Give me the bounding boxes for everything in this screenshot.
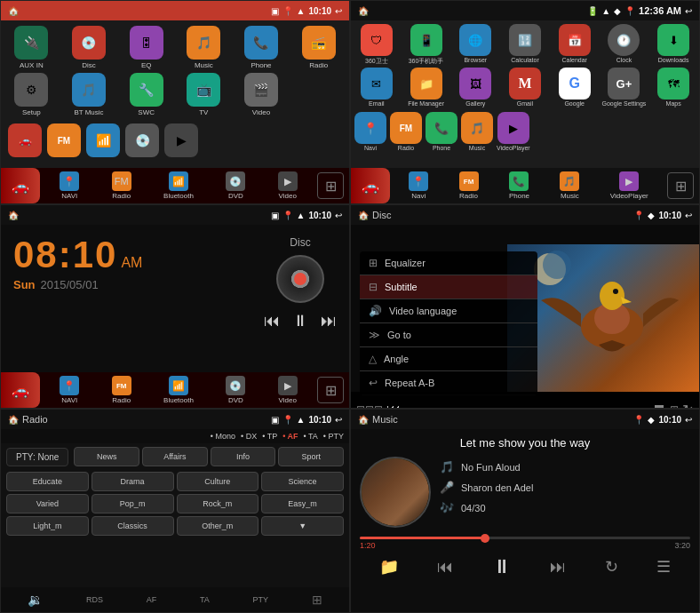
android-nav-phone[interactable]: 📞 Phone	[509, 171, 529, 200]
menu-goto[interactable]: ≫ Go to	[360, 323, 537, 347]
menu-equalizer[interactable]: ⊞ Equalizer	[360, 251, 537, 275]
app-video[interactable]: 🎬 Video	[235, 73, 289, 116]
btn-news[interactable]: News	[74, 447, 139, 466]
disc-stop-btn[interactable]: ⏹	[652, 402, 666, 409]
app-tv[interactable]: 📺 TV	[177, 73, 231, 116]
menu-video-language[interactable]: 🔊 Video language	[360, 299, 537, 323]
android-app-360[interactable]: 🛡 360卫士	[353, 24, 401, 66]
radio-home-icon[interactable]: 🏠	[8, 415, 19, 425]
btn-otherm[interactable]: Other_m	[177, 516, 259, 536]
car-nav-icon[interactable]: 🚗	[1, 168, 40, 203]
progress-bar[interactable]	[360, 537, 690, 539]
btn-educate[interactable]: Educate	[6, 472, 89, 491]
android-app-calendar[interactable]: 📅 Calendar	[551, 24, 599, 66]
menu-angle[interactable]: △ Angle	[360, 347, 537, 371]
disc-prev-btn[interactable]: ⏮	[386, 402, 401, 409]
music-back-icon[interactable]: ↩	[685, 415, 692, 425]
android-back-icon[interactable]: ↩	[685, 6, 692, 16]
app-disc[interactable]: 💿 Disc	[62, 26, 116, 69]
music-prev-btn[interactable]: ⏮	[437, 558, 453, 577]
btn-info[interactable]: Info	[211, 447, 276, 466]
clock-nav-dvd[interactable]: 💿 DVD	[226, 376, 245, 404]
fm-icon[interactable]: FM	[47, 123, 81, 157]
disc-home-icon[interactable]: 🏠	[358, 211, 369, 220]
btn-varied[interactable]: Varied	[6, 494, 89, 513]
music-folder-btn[interactable]: 📁	[379, 557, 399, 577]
btn-rockm[interactable]: Rock_m	[177, 494, 259, 513]
android-app-radio2[interactable]: FM Radio	[390, 112, 422, 151]
android-app-maps[interactable]: 🗺 Maps	[649, 68, 697, 107]
android-nav-video[interactable]: ▶ VideoPlayer	[610, 171, 648, 200]
android-app-phone2[interactable]: 📞 Phone	[426, 112, 457, 151]
music-home-icon[interactable]: 🏠	[358, 415, 369, 425]
bt-icon[interactable]: 📶	[86, 123, 120, 157]
clock-nav-navi[interactable]: 📍 NAVI	[60, 376, 79, 404]
app-swc[interactable]: 🔧 SWC	[119, 73, 173, 116]
android-app-email[interactable]: ✉ Email	[353, 68, 401, 107]
music-play-btn[interactable]: ⏸	[492, 555, 512, 578]
video2-icon[interactable]: ▶	[164, 123, 198, 157]
android-app-google[interactable]: G Google	[551, 68, 599, 107]
clock-nav-radio[interactable]: FM Radio	[112, 376, 131, 404]
nav-dvd[interactable]: 💿 DVD	[226, 171, 245, 200]
android-app-calc[interactable]: 🔢 Calculator	[501, 24, 549, 66]
clock-home-icon[interactable]: 🏠	[8, 211, 19, 220]
nav-bluetooth[interactable]: 📶 Bluetooth	[163, 171, 194, 200]
android-app-videoplayer[interactable]: ▶ VideoPlayer	[497, 112, 530, 151]
music-list-btn[interactable]: ☰	[656, 557, 671, 577]
android-nav-navi[interactable]: 📍 Navi	[409, 171, 428, 200]
eq2-btn[interactable]: ⊞	[312, 593, 322, 607]
grid-button[interactable]: ⊞	[317, 172, 344, 199]
play-pause-button[interactable]: ⏸	[292, 312, 308, 330]
android-app-downloads[interactable]: ⬇ Downloads	[649, 24, 697, 66]
nav-radio[interactable]: FM Radio	[112, 171, 131, 200]
btn-culture[interactable]: Culture	[177, 472, 259, 491]
android-app-filemanager[interactable]: 📁 File Manager	[402, 68, 450, 107]
app-setup[interactable]: ⚙ Setup	[4, 73, 59, 116]
android-nav-radio[interactable]: FM Radio	[459, 171, 479, 200]
clock-nav-bt[interactable]: 📶 Bluetooth	[163, 376, 194, 404]
ta-btn[interactable]: TA	[200, 595, 210, 604]
btn-drama[interactable]: Drama	[91, 472, 174, 491]
app-aux-in[interactable]: 🔌 AUX IN	[4, 26, 59, 69]
home-icon[interactable]: 🏠	[8, 6, 19, 16]
prev-button[interactable]: ⏮	[264, 312, 280, 330]
android-app-clock[interactable]: 🕐 Clock	[601, 24, 648, 66]
android-app-gallery[interactable]: 🖼 Gallery	[451, 68, 499, 107]
clock-nav-video[interactable]: ▶ Video	[278, 376, 298, 404]
app-phone[interactable]: 📞 Phone	[235, 26, 289, 69]
android-app-360assist[interactable]: 📱 360手机助手	[402, 24, 450, 66]
music-repeat-btn[interactable]: ↻	[605, 557, 618, 577]
nav-navi[interactable]: 📍 NAVI	[60, 171, 79, 200]
rds-btn[interactable]: RDS	[86, 595, 103, 604]
app-eq[interactable]: 🎛 EQ	[119, 26, 173, 69]
app-radio[interactable]: 📻 Radio	[291, 26, 346, 69]
btn-affairs[interactable]: Affairs	[142, 447, 208, 466]
android-app-googlesettings[interactable]: G+ Google Settings	[601, 68, 648, 107]
pty-btn[interactable]: PTY	[252, 595, 268, 604]
app-music[interactable]: 🎵 Music	[177, 26, 231, 69]
btn-sport[interactable]: Sport	[278, 447, 344, 466]
dvd-icon[interactable]: 💿	[125, 123, 159, 157]
android-home-icon[interactable]: 🏠	[358, 6, 369, 16]
disc-back-icon[interactable]: ↩	[685, 211, 692, 220]
android-app-browser[interactable]: 🌐 Browser	[451, 24, 499, 66]
car-icon[interactable]: 🚗	[8, 123, 42, 157]
af-btn[interactable]: AF	[147, 595, 157, 604]
clock-car-icon[interactable]: 🚗	[1, 372, 40, 408]
btn-science[interactable]: Science	[261, 472, 344, 491]
nav-video[interactable]: ▶ Video	[278, 171, 298, 200]
android-nav-music[interactable]: 🎵 Music	[560, 171, 579, 200]
android-grid-button[interactable]: ⊞	[667, 172, 694, 199]
btn-classics[interactable]: Classics	[91, 516, 174, 536]
vol-icon[interactable]: 🔉	[28, 593, 43, 607]
menu-subtitle[interactable]: ⊟ Subtitle	[360, 275, 537, 299]
btn-popm[interactable]: Pop_m	[91, 494, 174, 513]
clock-back-icon[interactable]: ↩	[335, 211, 342, 220]
disc-repeat-btn[interactable]: ↻	[682, 402, 694, 410]
back-icon[interactable]: ↩	[335, 6, 342, 16]
btn-scroll-down[interactable]: ▼	[261, 516, 344, 536]
android-app-navi2[interactable]: 📍 Navi	[354, 112, 386, 151]
radio-back-icon[interactable]: ↩	[335, 415, 342, 425]
btn-easym[interactable]: Easy_m	[261, 494, 344, 513]
